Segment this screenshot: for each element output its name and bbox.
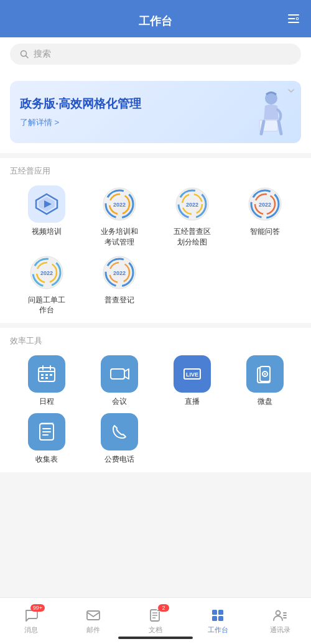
main-scroll-area: 搜索 政务版·高效网格化管理 了解详情 [0, 37, 311, 597]
contacts-icon [272, 608, 287, 623]
video-training-label: 视频培训 [32, 226, 62, 237]
search-placeholder: 搜索 [34, 49, 51, 60]
search-icon [20, 50, 29, 58]
meeting-icon-wrap [101, 355, 138, 393]
smart-qa-label: 智能问答 [250, 226, 280, 237]
app-header: 工作台 [0, 0, 311, 37]
public-phone-icon-wrap [101, 413, 138, 450]
nav-workbench[interactable]: 工作台 [187, 608, 249, 635]
svg-text:2022: 2022 [40, 270, 52, 276]
svg-rect-41 [111, 369, 124, 379]
schedule-icon-wrap [28, 355, 65, 393]
census-map-icon-wrap: 2022 [174, 185, 211, 223]
svg-rect-40 [45, 377, 48, 379]
svg-rect-62 [212, 616, 217, 621]
schedule-label: 日程 [39, 396, 54, 407]
public-phone-label: 公费电话 [104, 454, 134, 465]
svg-point-64 [276, 610, 281, 615]
nav-mail-label: 邮件 [86, 625, 100, 635]
settings-button[interactable] [286, 11, 301, 26]
nav-mail[interactable]: 邮件 [62, 608, 124, 635]
survey-register-icon-wrap: 2022 [101, 254, 138, 291]
nav-workbench-label: 工作台 [208, 625, 228, 635]
svg-rect-0 [288, 14, 299, 16]
section-title-efficiency: 效率工具 [10, 335, 301, 347]
biz-training-icon-wrap: 2022 [101, 185, 138, 223]
svg-rect-61 [218, 610, 223, 615]
meeting-label: 会议 [112, 396, 127, 407]
svg-text:2022: 2022 [258, 202, 271, 208]
app-meeting[interactable]: 会议 [83, 355, 156, 407]
microdisk-icon-wrap [246, 355, 284, 393]
svg-rect-37 [45, 374, 48, 376]
svg-text:2022: 2022 [113, 202, 125, 208]
svg-rect-1 [288, 18, 295, 19]
microdisk-label: 微盘 [258, 396, 272, 407]
section-wujingpu: 五经普应用 视频培训 [0, 158, 311, 323]
header-title: 工作台 [139, 14, 172, 29]
nav-contacts-label: 通讯录 [270, 625, 290, 635]
app-survey-register[interactable]: 2022 普查登记 [83, 254, 156, 316]
nav-messages[interactable]: 99+ 消息 [0, 608, 62, 635]
app-smart-qa[interactable]: 2022 智能问答 [228, 185, 301, 248]
nav-docs[interactable]: 2 文档 [124, 608, 187, 635]
app-issue-workbench[interactable]: 2022 问题工单工作台 [10, 254, 83, 316]
app-schedule[interactable]: 日程 [10, 355, 83, 407]
svg-text:2022: 2022 [185, 202, 198, 208]
svg-point-47 [264, 373, 266, 375]
collect-form-icon-wrap [28, 413, 65, 450]
svg-rect-2 [288, 22, 299, 23]
svg-rect-39 [41, 377, 44, 379]
svg-rect-52 [41, 422, 53, 424]
section-efficiency: 效率工具 日程 [0, 328, 311, 472]
section-title-wujingpu: 五经普应用 [10, 166, 301, 177]
video-training-icon-wrap [28, 185, 65, 223]
smart-qa-icon-wrap: 2022 [246, 185, 284, 223]
svg-rect-38 [50, 374, 52, 376]
search-input-wrap[interactable]: 搜索 [10, 44, 301, 65]
live-icon-wrap: LIVE [174, 355, 211, 393]
grid-icon [210, 608, 225, 623]
banner-card[interactable]: 政务版·高效网格化管理 了解详情 [10, 81, 301, 143]
mail-icon [86, 608, 101, 623]
svg-rect-60 [212, 610, 217, 615]
app-live[interactable]: LIVE 直播 [156, 355, 228, 407]
wujingpu-grid: 视频培训 [10, 185, 301, 315]
issue-workbench-label: 问题工单工作台 [25, 295, 68, 316]
search-bar: 搜索 [0, 37, 311, 71]
app-census-map[interactable]: 2022 五经普查区划分绘图 [156, 185, 228, 248]
svg-rect-36 [41, 374, 44, 376]
app-biz-training[interactable]: 2022 业务培训和考试管理 [83, 185, 156, 248]
svg-line-6 [26, 56, 29, 58]
nav-messages-label: 消息 [24, 625, 38, 635]
docs-badge: 2 [158, 604, 169, 612]
svg-text:2022: 2022 [113, 270, 125, 276]
app-collect-form[interactable]: 收集表 [10, 413, 83, 465]
collect-form-label: 收集表 [35, 454, 58, 465]
svg-rect-53 [87, 611, 100, 620]
svg-rect-63 [218, 616, 223, 621]
survey-register-label: 普查登记 [104, 295, 134, 306]
messages-badge: 99+ [30, 604, 45, 612]
app-video-training[interactable]: 视频培训 [10, 185, 83, 248]
chat-icon: 99+ [24, 608, 39, 623]
home-indicator [118, 637, 193, 639]
efficiency-grid: 日程 会议 LIVE [10, 355, 301, 465]
nav-docs-label: 文档 [149, 625, 162, 635]
banner-section: 政务版·高效网格化管理 了解详情 [0, 71, 311, 153]
app-microdisk[interactable]: 微盘 [228, 355, 301, 407]
biz-training-label: 业务培训和考试管理 [98, 226, 141, 248]
svg-point-4 [297, 18, 298, 19]
banner-illustration [233, 87, 289, 143]
nav-contacts[interactable]: 通讯录 [249, 608, 311, 635]
issue-workbench-icon-wrap: 2022 [28, 254, 65, 291]
app-public-phone[interactable]: 公费电话 [83, 413, 156, 465]
docs-icon: 2 [148, 608, 163, 623]
live-label: 直播 [185, 396, 200, 407]
svg-text:LIVE: LIVE [185, 371, 198, 378]
census-map-label: 五经普查区划分绘图 [170, 226, 214, 248]
